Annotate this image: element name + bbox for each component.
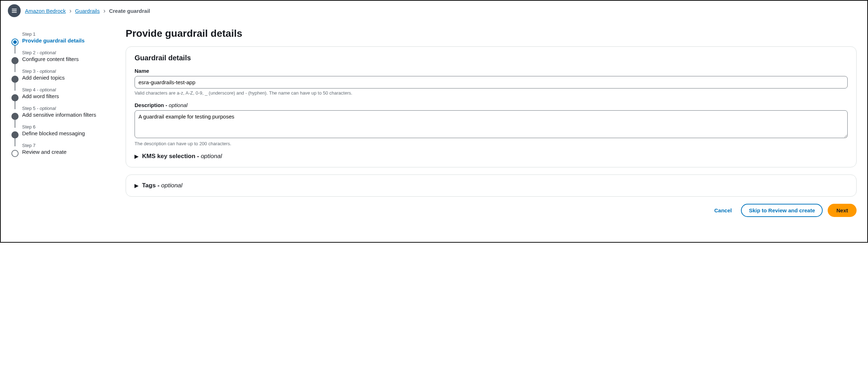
step-number: Step 3 - optional <box>22 69 111 74</box>
step-bullet-icon <box>11 131 19 138</box>
breadcrumb-current: Create guardrail <box>109 8 150 14</box>
step-number: Step 5 - optional <box>22 106 111 111</box>
tags-expander[interactable]: ▶ Tags - optional <box>135 182 848 189</box>
name-field: Name Valid characters are a-z, A-Z, 0-9,… <box>135 68 848 96</box>
step-number: Step 6 <box>22 124 111 130</box>
step-title: Define blocked messaging <box>22 130 111 136</box>
wizard-step-4[interactable]: Step 4 - optional Add word filters <box>11 87 111 106</box>
description-hint: The description can have up to 200 chara… <box>135 141 848 146</box>
step-bullet-icon <box>11 76 19 83</box>
chevron-right-icon: › <box>69 7 71 15</box>
wizard-step-7[interactable]: Step 7 Review and create <box>11 143 111 161</box>
next-button[interactable]: Next <box>828 204 857 217</box>
kms-expander[interactable]: ▶ KMS key selection - optional <box>135 153 848 160</box>
footer-actions: Cancel Skip to Review and create Next <box>126 204 857 217</box>
name-hint: Valid characters are a-z, A-Z, 0-9, _ (u… <box>135 90 848 96</box>
step-bullet-icon <box>11 113 19 120</box>
name-label: Name <box>135 68 848 74</box>
step-bullet-active-icon <box>11 39 19 46</box>
wizard-step-6[interactable]: Step 6 Define blocked messaging <box>11 124 111 143</box>
step-number: Step 2 - optional <box>22 50 111 55</box>
step-title: Add sensitive information filters <box>22 112 111 118</box>
panel-title: Guardrail details <box>135 54 848 62</box>
breadcrumb-link-guardrails[interactable]: Guardrails <box>75 8 100 14</box>
hamburger-menu-icon[interactable] <box>8 4 21 17</box>
breadcrumb: Amazon Bedrock › Guardrails › Create gua… <box>25 7 150 15</box>
step-title: Configure content filters <box>22 56 111 62</box>
cancel-button[interactable]: Cancel <box>710 204 736 216</box>
step-bullet-hollow-icon <box>11 150 19 157</box>
step-bullet-icon <box>11 57 19 64</box>
description-label: Description - optional <box>135 102 848 108</box>
skip-button[interactable]: Skip to Review and create <box>741 204 823 217</box>
name-input[interactable] <box>135 76 848 89</box>
step-title: Review and create <box>22 149 111 155</box>
caret-right-icon: ▶ <box>135 183 138 188</box>
step-title: Provide guardrail details <box>22 37 111 44</box>
caret-right-icon: ▶ <box>135 153 138 159</box>
step-number: Step 1 <box>22 31 111 37</box>
breadcrumb-link-bedrock[interactable]: Amazon Bedrock <box>25 8 66 14</box>
tags-panel: ▶ Tags - optional <box>126 175 857 197</box>
wizard-step-5[interactable]: Step 5 - optional Add sensitive informat… <box>11 106 111 124</box>
wizard-step-2[interactable]: Step 2 - optional Configure content filt… <box>11 50 111 69</box>
description-input[interactable]: A guardrail example for testing purposes <box>135 110 848 138</box>
step-number: Step 7 <box>22 143 111 148</box>
top-bar: Amazon Bedrock › Guardrails › Create gua… <box>1 1 867 21</box>
wizard-step-1[interactable]: Step 1 Provide guardrail details <box>11 31 111 50</box>
step-title: Add word filters <box>22 93 111 99</box>
wizard-steps: Step 1 Provide guardrail details Step 2 … <box>11 28 111 217</box>
page-title: Provide guardrail details <box>126 28 857 39</box>
wizard-step-3[interactable]: Step 3 - optional Add denied topics <box>11 69 111 87</box>
description-field: Description - optional A guardrail examp… <box>135 102 848 146</box>
chevron-right-icon: › <box>103 7 105 15</box>
guardrail-details-panel: Guardrail details Name Valid characters … <box>126 46 857 167</box>
main-content: Provide guardrail details Guardrail deta… <box>126 28 857 217</box>
step-title: Add denied topics <box>22 75 111 81</box>
step-number: Step 4 - optional <box>22 87 111 92</box>
step-bullet-icon <box>11 94 19 101</box>
